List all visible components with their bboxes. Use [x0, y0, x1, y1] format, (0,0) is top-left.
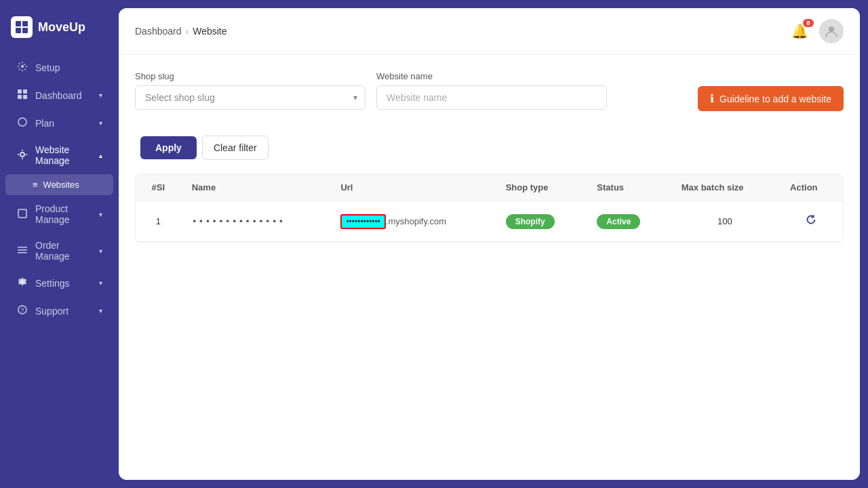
sidebar-item-product-manage[interactable]: Product Manage ▾ [5, 197, 113, 232]
shop-slug-select[interactable]: Select shop slug [135, 85, 366, 110]
setup-icon [16, 61, 28, 74]
svg-rect-5 [18, 89, 22, 94]
logo-icon [11, 16, 33, 38]
sidebar-item-website-manage-label: Website Manage [35, 144, 92, 166]
sidebar-item-dashboard-label: Dashboard [35, 90, 82, 101]
header-actions: 🔔 8 [789, 19, 844, 43]
table-row: 1 •••••••••••••• •••••••••••• .myshopify… [136, 201, 843, 242]
table-header: #SI Name Url Shop type Status Max batch … [136, 174, 843, 201]
guideline-button-label: Guideline to add a website [719, 94, 831, 104]
url-suffix: .myshopify.com [386, 216, 446, 226]
sidebar-item-plan[interactable]: Plan ▾ [5, 110, 113, 136]
svg-rect-14 [18, 252, 27, 253]
clear-filter-button[interactable]: Clear filter [202, 136, 269, 160]
sidebar-item-websites-label: Websites [43, 180, 79, 190]
table-body: 1 •••••••••••••• •••••••••••• .myshopify… [136, 201, 843, 242]
website-manage-icon [16, 149, 28, 162]
main-inner: Dashboard › Website 🔔 8 [119, 8, 860, 480]
col-max-batch: Max batch size [671, 174, 779, 201]
dashboard-icon [16, 89, 28, 102]
cell-si: 1 [136, 201, 181, 242]
svg-rect-3 [22, 28, 28, 33]
website-name-label: Website name [376, 71, 607, 81]
breadcrumb: Dashboard › Website [135, 26, 227, 37]
brand-logo[interactable]: MoveUp [0, 11, 119, 54]
chevron-down-icon: ▾ [99, 92, 102, 99]
chevron-up-icon: ▴ [99, 152, 102, 159]
page-header: Dashboard › Website 🔔 8 [119, 8, 860, 55]
col-url: Url [330, 174, 494, 201]
guideline-button[interactable]: ℹ Guideline to add a website [698, 86, 844, 111]
chevron-down-icon: ▾ [99, 279, 102, 287]
svg-rect-7 [18, 95, 22, 99]
cell-name: •••••••••••••• [181, 201, 330, 242]
sidebar-item-website-manage[interactable]: Website Manage ▴ [5, 138, 113, 173]
sidebar-item-order-manage[interactable]: Order Manage ▾ [5, 233, 113, 268]
website-name-filter: Website name [376, 71, 607, 110]
shop-slug-filter: Shop slug Select shop slug ▾ [135, 71, 366, 110]
breadcrumb-current: Website [193, 26, 226, 37]
apply-button[interactable]: Apply [140, 136, 197, 159]
sidebar-item-order-manage-label: Order Manage [35, 240, 92, 262]
svg-point-17 [829, 26, 834, 32]
svg-rect-0 [16, 21, 21, 26]
list-icon: ≡ [33, 180, 38, 190]
notification-button[interactable]: 🔔 8 [789, 20, 811, 42]
breadcrumb-separator: › [186, 26, 189, 37]
sidebar-item-settings[interactable]: Settings ▾ [5, 270, 113, 296]
svg-rect-11 [18, 209, 26, 218]
shop-type-badge: Shopify [506, 214, 555, 229]
website-name-input[interactable] [376, 85, 607, 110]
main-content: Dashboard › Website 🔔 8 [119, 8, 860, 480]
breadcrumb-parent[interactable]: Dashboard [135, 26, 182, 37]
svg-point-10 [20, 152, 24, 157]
cell-max-batch: 100 [671, 201, 779, 242]
sidebar: MoveUp Setup Dashboard ▾ Plan ▾ [0, 0, 119, 488]
sidebar-item-dashboard[interactable]: Dashboard ▾ [5, 82, 113, 108]
websites-table: #SI Name Url Shop type Status Max batch … [135, 174, 844, 243]
chevron-down-icon: ▾ [99, 119, 102, 127]
sidebar-item-plan-label: Plan [35, 118, 54, 129]
url-highlight: •••••••••••• [340, 214, 385, 229]
filter-buttons: Apply Clear filter [140, 136, 269, 160]
guideline-wrapper: ℹ Guideline to add a website [698, 86, 844, 111]
svg-rect-12 [18, 247, 27, 248]
svg-rect-1 [22, 21, 28, 26]
refresh-button[interactable] [802, 211, 820, 232]
cell-url: •••••••••••• .myshopify.com [330, 201, 494, 242]
cell-status: Active [586, 201, 670, 242]
col-action: Action [779, 174, 843, 201]
status-badge: Active [597, 214, 640, 229]
svg-rect-6 [23, 89, 27, 94]
svg-rect-13 [18, 249, 27, 251]
brand-name: MoveUp [38, 20, 85, 35]
cell-shop-type: Shopify [495, 201, 587, 242]
shop-slug-select-wrapper: Select shop slug ▾ [135, 85, 366, 110]
product-manage-icon [16, 208, 28, 221]
name-value: •••••••••••••• [192, 216, 285, 226]
col-shop-type: Shop type [495, 174, 587, 201]
sidebar-item-websites[interactable]: ≡ Websites [5, 174, 113, 195]
chevron-down-icon: ▾ [99, 247, 102, 255]
col-status: Status [586, 174, 670, 201]
cell-action [779, 201, 843, 242]
svg-text:?: ? [20, 307, 24, 314]
settings-icon [16, 277, 28, 289]
support-icon: ? [16, 304, 28, 317]
chevron-down-icon: ▾ [99, 307, 102, 314]
col-si: #SI [136, 174, 181, 201]
sidebar-item-setup-label: Setup [35, 62, 60, 73]
notification-badge: 8 [803, 19, 814, 27]
sidebar-item-setup[interactable]: Setup [5, 54, 113, 81]
table: #SI Name Url Shop type Status Max batch … [136, 174, 843, 242]
shop-slug-label: Shop slug [135, 71, 366, 81]
svg-rect-2 [16, 28, 21, 33]
sidebar-item-product-manage-label: Product Manage [35, 203, 92, 225]
sidebar-item-support-label: Support [35, 306, 68, 317]
avatar[interactable] [819, 19, 844, 43]
sidebar-item-support[interactable]: ? Support ▾ [5, 298, 113, 324]
plan-icon [16, 117, 28, 129]
order-manage-icon [16, 245, 28, 258]
svg-point-9 [18, 118, 26, 126]
info-icon: ℹ [710, 92, 714, 105]
